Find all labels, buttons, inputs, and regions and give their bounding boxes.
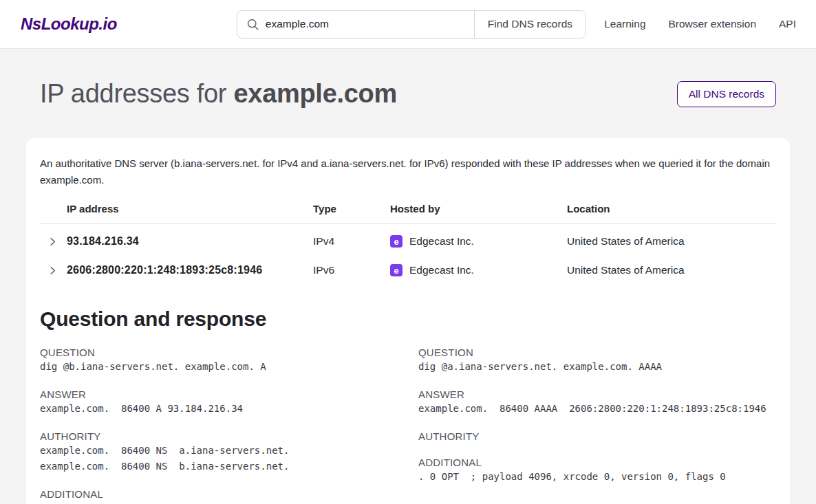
column-header-type: Type — [313, 203, 390, 215]
hosted-by-cell: e Edgecast Inc. — [390, 264, 567, 276]
main-content: IP addresses for example.com All DNS rec… — [0, 79, 816, 504]
dns-record-line: example.com. 86400 AAAA 2606:2800:220:1:… — [418, 402, 776, 416]
dns-record-line: dig @a.iana-servers.net. example.com. AA… — [418, 360, 776, 374]
results-card: An authoritative DNS server (b.iana-serv… — [26, 138, 790, 504]
dns-record-line: example.com. 86400 A 93.184.216.34 — [40, 402, 398, 416]
edgecast-logo-icon: e — [390, 235, 402, 248]
chevron-right-icon — [47, 265, 58, 276]
location-value: United States of America — [567, 264, 776, 276]
ip-address-table: IP address Type Hosted by Location 93.18… — [40, 203, 776, 282]
dns-record-line: . 0 OPT ; payload 4096, xrcode 0, versio… — [40, 501, 398, 504]
column-header-location: Location — [567, 203, 776, 215]
host-name: Edgecast Inc. — [409, 264, 474, 276]
page-title-domain: example.com — [233, 79, 396, 108]
table-row: 93.184.216.34 IPv4 e Edgecast Inc. Unite… — [40, 230, 776, 253]
question-response-grid: QUESTION dig @b.iana-servers.net. exampl… — [40, 332, 776, 504]
search-box[interactable] — [237, 11, 474, 38]
dns-section-label: QUESTION — [418, 347, 776, 358]
dns-query-column-ipv4: QUESTION dig @b.iana-servers.net. exampl… — [40, 332, 398, 504]
nav-link-learning[interactable]: Learning — [604, 18, 645, 30]
location-value: United States of America — [567, 235, 776, 248]
results-description: An authoritative DNS server (b.iana-serv… — [40, 155, 776, 188]
table-header-row: IP address Type Hosted by Location — [40, 203, 776, 224]
nav-link-api[interactable]: API — [779, 18, 796, 30]
host-name: Edgecast Inc. — [409, 235, 474, 248]
ip-address-value: 2606:2800:220:1:248:1893:25c8:1946 — [67, 264, 313, 276]
dns-record-line: example.com. 86400 NS a.iana-servers.net… — [40, 443, 398, 458]
domain-search-group: Find DNS records — [237, 10, 586, 39]
dns-section-label: ADDITIONAL — [418, 457, 776, 468]
dns-record-line: example.com. 86400 NS b.iana-servers.net… — [40, 459, 398, 474]
dns-section-label: ADDITIONAL — [40, 488, 398, 500]
dns-section-label: QUESTION — [40, 347, 398, 358]
dns-query-column-ipv6: QUESTION dig @a.iana-servers.net. exampl… — [418, 332, 776, 504]
dns-section-label: AUTHORITY — [40, 430, 398, 442]
dns-section-label: ANSWER — [418, 388, 776, 400]
search-input[interactable] — [266, 18, 466, 30]
dns-record-line: . 0 OPT ; payload 4096, xrcode 0, versio… — [418, 470, 776, 484]
dns-section-label: AUTHORITY — [418, 430, 776, 442]
dns-record-line: dig @b.iana-servers.net. example.com. A — [40, 360, 398, 374]
search-icon — [247, 19, 259, 30]
hosted-by-cell: e Edgecast Inc. — [390, 235, 567, 248]
dns-section-label: ANSWER — [40, 388, 398, 400]
site-header: NsLookup.io Find DNS records Learning Br… — [0, 0, 816, 49]
page-title-prefix: IP addresses for — [40, 79, 226, 108]
ip-address-value: 93.184.216.34 — [67, 235, 313, 248]
column-header-ip: IP address — [67, 203, 313, 215]
row-expand-toggle[interactable] — [40, 237, 67, 247]
column-header-host: Hosted by — [390, 203, 567, 215]
page-title: IP addresses for example.com — [40, 79, 397, 109]
site-logo[interactable]: NsLookup.io — [21, 14, 117, 34]
header-nav: Learning Browser extension API — [604, 18, 796, 30]
title-row: IP addresses for example.com All DNS rec… — [40, 79, 776, 109]
ip-type-value: IPv6 — [313, 264, 390, 276]
ip-type-value: IPv4 — [313, 235, 390, 248]
table-row: 2606:2800:220:1:248:1893:25c8:1946 IPv6 … — [40, 259, 776, 282]
nav-link-browser-extension[interactable]: Browser extension — [669, 18, 757, 30]
edgecast-logo-icon: e — [390, 264, 402, 276]
find-dns-records-button[interactable]: Find DNS records — [474, 11, 586, 38]
question-response-heading: Question and response — [40, 307, 776, 331]
all-dns-records-button[interactable]: All DNS records — [677, 81, 776, 107]
chevron-right-icon — [47, 237, 58, 247]
row-expand-toggle[interactable] — [40, 265, 67, 276]
